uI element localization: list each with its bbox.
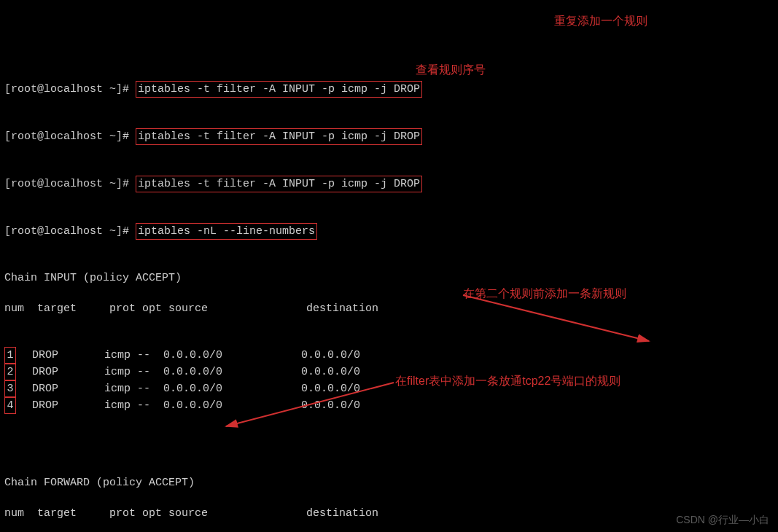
rule-number: 4 [4, 397, 16, 414]
annotation-filter: 在filter表中添加一条放通tcp22号端口的规则 [395, 373, 621, 388]
chain-forward-header: Chain FORWARD (policy ACCEPT) [4, 475, 774, 490]
table-row: 3 DROP icmp -- 0.0.0.0/0 0.0.0.0/0 [4, 380, 774, 397]
rule-body: DROP icmp -- 0.0.0.0/0 0.0.0.0/0 [19, 383, 360, 395]
annotation-view: 查看规则序号 [416, 62, 486, 77]
cmd-line-3: [root@localhost ~]# iptables -t filter -… [4, 176, 774, 192]
watermark-text: CSDN @行业—小白 [676, 512, 769, 528]
boxed-cmd-3: iptables -t filter -A INPUT -p icmp -j D… [136, 176, 422, 192]
table-row: 2 DROP icmp -- 0.0.0.0/0 0.0.0.0/0 [4, 364, 774, 380]
table-row: 4 DROP icmp -- 0.0.0.0/0 0.0.0.0/0 [4, 397, 774, 414]
table-row: 1 DROP icmp -- 0.0.0.0/0 0.0.0.0/0 [4, 347, 774, 364]
cmd-line-1: [root@localhost ~]# iptables -t filter -… [4, 81, 774, 98]
rule-number: 3 [4, 380, 16, 397]
table-header-fwd: num target prot opt source destination [4, 506, 774, 521]
rule-body: DROP icmp -- 0.0.0.0/0 0.0.0.0/0 [19, 399, 360, 412]
boxed-cmd-1: iptables -t filter -A INPUT -p icmp -j D… [136, 81, 422, 98]
rule-number: 1 [4, 347, 16, 364]
annotation-insert: 在第二个规则前添加一条新规则 [463, 286, 626, 301]
table-header-1: num target prot opt source destination [4, 301, 774, 316]
boxed-cmd-2: iptables -t filter -A INPUT -p icmp -j D… [136, 128, 422, 145]
cmd-line-4: [root@localhost ~]# iptables -nL --line-… [4, 223, 774, 240]
rule-body: DROP icmp -- 0.0.0.0/0 0.0.0.0/0 [19, 349, 360, 361]
rule-number: 2 [4, 364, 16, 380]
rule-body: DROP icmp -- 0.0.0.0/0 0.0.0.0/0 [19, 366, 360, 378]
chain-input-header: Chain INPUT (policy ACCEPT) [4, 270, 774, 286]
shell-prompt: [root@localhost ~]# [4, 83, 136, 95]
cmd-line-2: [root@localhost ~]# iptables -t filter -… [4, 128, 774, 145]
boxed-cmd-4: iptables -nL --line-numbers [136, 223, 317, 240]
annotation-repeat: 重复添加一个规则 [554, 13, 647, 28]
